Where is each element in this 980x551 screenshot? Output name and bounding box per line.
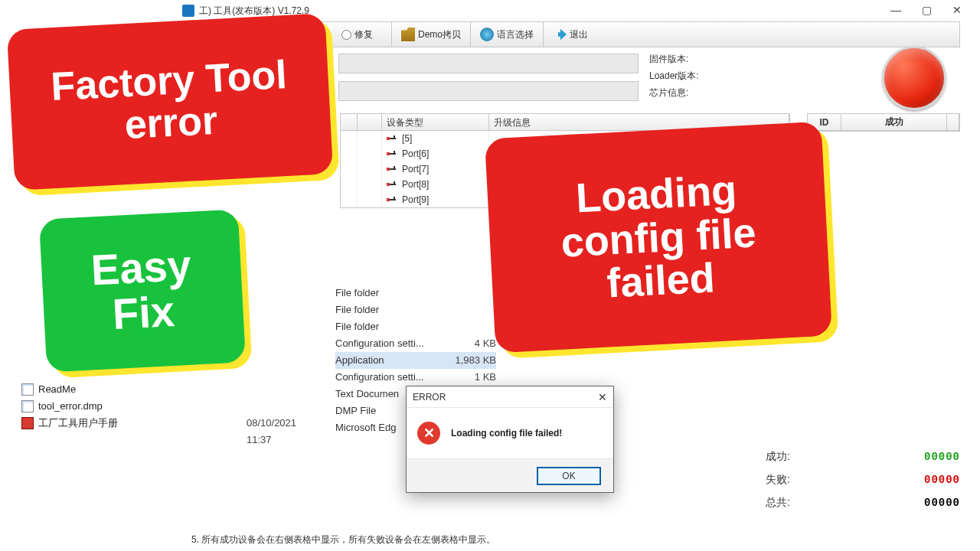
close-button[interactable]: ✕ bbox=[942, 2, 972, 18]
dialog-close-icon[interactable]: ✕ bbox=[598, 391, 607, 403]
list-item[interactable]: File folder bbox=[335, 302, 496, 318]
list-item[interactable]: 工厂工具用户手册 bbox=[21, 415, 118, 432]
success-label: 成功: bbox=[766, 450, 790, 464]
stats-panel: 成功:00000 失败:00000 总共:00000 bbox=[766, 445, 960, 514]
callout-factory-tool-error: Factory Toolerror bbox=[7, 13, 333, 190]
error-title: ERROR bbox=[413, 392, 446, 403]
app-icon bbox=[182, 5, 194, 17]
language-button[interactable]: 语言选择 bbox=[471, 22, 544, 47]
exit-button[interactable]: 退出 bbox=[544, 22, 597, 47]
list-item[interactable]: Configuration setti...4 KB bbox=[335, 335, 496, 352]
fail-count: 00000 bbox=[924, 474, 960, 486]
list-item[interactable]: Configuration setti...1 KB bbox=[335, 369, 496, 386]
list-item[interactable]: ReadMe bbox=[21, 381, 118, 398]
start-button-face bbox=[882, 46, 946, 110]
footnote: 5. 所有成功设备会在右侧表格中显示，所有失败设备会在左侧表格中显示。 bbox=[191, 533, 495, 546]
fail-label: 失败: bbox=[766, 473, 790, 487]
firmware-path-2[interactable] bbox=[338, 81, 639, 101]
error-dialog: ERROR ✕ ✕ Loading config file failed! OK bbox=[406, 386, 614, 493]
usb-icon bbox=[387, 165, 399, 174]
demo-label: Demo拷贝 bbox=[418, 28, 461, 41]
usb-icon bbox=[387, 195, 399, 204]
total-count: 00000 bbox=[924, 497, 960, 509]
callout-easy-fix: EasyFix bbox=[39, 209, 246, 372]
maximize-button[interactable]: ▢ bbox=[911, 2, 942, 18]
list-item[interactable]: File folder bbox=[335, 285, 496, 302]
firmware-info: 固件版本: Loader版本: 芯片信息: bbox=[649, 51, 699, 101]
exit-label: 退出 bbox=[570, 28, 588, 41]
dmp-file-icon bbox=[21, 400, 34, 412]
success-count: 00000 bbox=[924, 451, 960, 463]
fw-version-label: 固件版本: bbox=[649, 51, 699, 67]
repair-radio[interactable]: 修复 bbox=[341, 28, 373, 41]
language-label: 语言选择 bbox=[497, 28, 534, 41]
usb-icon bbox=[387, 180, 399, 189]
arrow-right-icon bbox=[553, 28, 567, 41]
list-item[interactable]: tool_error.dmp bbox=[21, 398, 118, 415]
window-controls: — ▢ ✕ bbox=[880, 2, 972, 18]
ok-col: 成功 bbox=[841, 114, 947, 130]
error-message: Loading config file failed! bbox=[451, 428, 562, 439]
list-item[interactable]: File folder bbox=[335, 318, 496, 335]
start-button[interactable] bbox=[882, 46, 946, 110]
demo-button[interactable]: Demo拷贝 bbox=[392, 22, 471, 47]
globe-icon bbox=[480, 28, 494, 41]
list-item[interactable]: Application1,983 KB bbox=[335, 352, 496, 369]
device-type-col: 设备类型 bbox=[382, 114, 489, 130]
usb-icon bbox=[387, 149, 399, 158]
chip-info-label: 芯片信息: bbox=[649, 84, 699, 101]
usb-icon bbox=[387, 134, 399, 143]
id-table: ID 成功 bbox=[807, 113, 960, 132]
pdf-file-icon bbox=[21, 417, 34, 429]
error-icon: ✕ bbox=[417, 422, 440, 445]
total-label: 总共: bbox=[766, 496, 790, 510]
loader-version-label: Loader版本: bbox=[649, 67, 699, 84]
minimize-button[interactable]: — bbox=[880, 2, 911, 18]
folder-icon bbox=[401, 28, 415, 41]
firmware-path-1[interactable] bbox=[338, 54, 639, 73]
text-file-icon bbox=[21, 383, 34, 396]
ok-button[interactable]: OK bbox=[537, 467, 601, 485]
file-date: 08/10/2021 11:37 bbox=[247, 415, 296, 448]
explorer-files: ReadMe tool_error.dmp 工厂工具用户手册 08/10/202… bbox=[21, 381, 118, 432]
callout-loading-failed: Loadingconfig filefailed bbox=[485, 122, 832, 354]
